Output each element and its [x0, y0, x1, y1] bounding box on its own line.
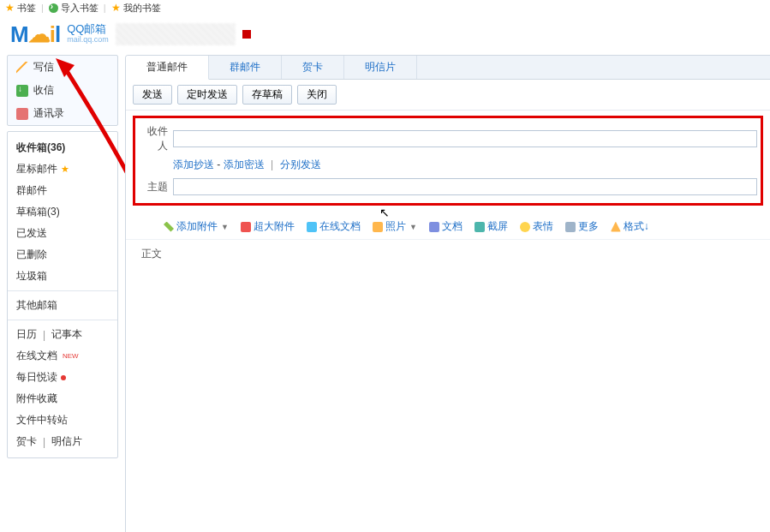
bookmark-item[interactable]: ★书签	[5, 2, 36, 15]
compose-actions: 发送 定时发送 存草稿 关闭	[126, 80, 770, 111]
inbox-folder[interactable]: 收件箱(36)	[16, 137, 109, 158]
attachment-toolbar: 添加附件▼ 超大附件 在线文档 照片▼ 文档 截屏 表情 更多 格式↓	[126, 212, 770, 240]
body-editor[interactable]	[167, 247, 763, 532]
star-folder[interactable]: 星标邮件 ★	[16, 158, 109, 180]
compose-icon	[16, 62, 28, 74]
trash-folder[interactable]: 已删除	[16, 244, 109, 266]
big-attachment[interactable]: 超大附件	[241, 219, 295, 234]
bookmark-import[interactable]: 导入书签	[49, 2, 98, 15]
browser-bookmark-bar: ★书签 | 导入书签 | ★我的书签	[0, 0, 770, 15]
spam-folder[interactable]: 垃圾箱	[16, 266, 109, 287]
calendar-notes[interactable]: 日历|记事本	[16, 324, 109, 345]
cc-bcc-links: 添加抄送 - 添加密送 | 分别发送	[173, 156, 757, 176]
compose-tabs: 普通邮件 群邮件 贺卡 明信片	[126, 56, 770, 80]
contacts-icon	[16, 108, 28, 120]
mail-header: M☁il QQ邮箱mail.qq.com	[0, 15, 770, 50]
star-icon: ★	[111, 2, 121, 14]
new-tag: NEW	[63, 352, 79, 360]
chevron-down-icon: ▼	[409, 223, 417, 231]
insert-emoji[interactable]: 表情	[520, 219, 553, 234]
divider	[8, 290, 117, 291]
emoji-icon	[520, 222, 530, 232]
insert-photo[interactable]: 照片▼	[373, 219, 417, 234]
compose-button[interactable]: 写信	[8, 56, 117, 79]
add-attachment[interactable]: 添加附件▼	[164, 219, 229, 234]
user-badge	[242, 30, 251, 39]
draft-folder[interactable]: 草稿箱(3)	[16, 201, 109, 223]
user-info-blurred	[116, 23, 236, 45]
separator: |	[271, 158, 273, 170]
inbox-icon	[16, 85, 28, 97]
greet-postcard[interactable]: 贺卡|明信片	[16, 431, 109, 452]
receive-button[interactable]: 收信	[8, 79, 117, 102]
import-icon	[49, 3, 58, 13]
red-dot-icon	[61, 375, 66, 380]
add-bcc-link[interactable]: 添加密送	[224, 158, 265, 170]
close-button[interactable]: 关闭	[297, 85, 337, 105]
sidebar-nav: 写信 收信 通讯录	[7, 55, 118, 126]
divider	[8, 320, 117, 320]
photo-icon	[373, 222, 383, 232]
logo-icon: M☁il	[10, 21, 60, 48]
body-label: 正文	[133, 247, 162, 532]
tab-normal-mail[interactable]: 普通邮件	[126, 56, 209, 80]
insert-doc[interactable]: 文档	[429, 219, 463, 234]
subject-input[interactable]	[173, 178, 757, 195]
separator: |	[41, 3, 44, 13]
star-icon: ★	[5, 2, 15, 14]
sidebar: 写信 收信 通讯录 收件箱(36) 星标邮件 ★ 群邮件 草稿箱(3) 已发送 …	[7, 55, 118, 532]
tab-group-mail[interactable]: 群邮件	[209, 56, 282, 79]
add-cc-link[interactable]: 添加抄送	[173, 158, 214, 170]
paperclip-icon	[164, 222, 174, 232]
separator: |	[104, 3, 106, 13]
tab-postcard[interactable]: 明信片	[344, 56, 417, 79]
cloud-icon	[307, 222, 317, 232]
compose-form: 收件人 添加抄送 - 添加密送 | 分别发送 主题	[126, 111, 770, 212]
screenshot[interactable]: 截屏	[475, 219, 508, 234]
online-doc[interactable]: 在线文档NEW	[16, 345, 109, 367]
format-toggle[interactable]: 格式↓	[611, 219, 649, 234]
other-mailbox[interactable]: 其他邮箱	[16, 295, 109, 316]
timed-send-button[interactable]: 定时发送	[177, 85, 237, 105]
subject-label: 主题	[139, 180, 168, 194]
contacts-button[interactable]: 通讯录	[8, 102, 117, 125]
separate-send-link[interactable]: 分别发送	[280, 158, 321, 170]
compose-panel: 普通邮件 群邮件 贺卡 明信片 发送 定时发送 存草稿 关闭 收件人 添加抄送 …	[125, 55, 770, 532]
doc-icon	[429, 222, 439, 232]
format-icon	[611, 222, 621, 232]
chevron-down-icon: ▼	[221, 223, 229, 231]
online-doc[interactable]: 在线文档	[307, 219, 361, 234]
more-icon	[565, 222, 576, 232]
more-options[interactable]: 更多	[565, 219, 599, 234]
recipient-input[interactable]	[173, 130, 757, 147]
brand-text: QQ邮箱mail.qq.com	[67, 24, 109, 45]
file-transfer[interactable]: 文件中转站	[16, 409, 109, 431]
send-button[interactable]: 发送	[133, 85, 172, 105]
bookmark-mine[interactable]: ★我的书签	[111, 2, 161, 15]
screenshot-icon	[475, 222, 485, 232]
group-folder[interactable]: 群邮件	[16, 180, 109, 201]
attach-fav[interactable]: 附件收藏	[16, 388, 109, 409]
separator: -	[217, 158, 220, 170]
star-icon: ★	[61, 164, 69, 175]
annotation-highlight-box: 收件人 添加抄送 - 添加密送 | 分别发送 主题	[133, 116, 763, 206]
sent-folder[interactable]: 已发送	[16, 223, 109, 244]
compose-body-row: 正文	[126, 240, 770, 532]
recipient-label: 收件人	[139, 124, 168, 153]
sidebar-folders: 收件箱(36) 星标邮件 ★ 群邮件 草稿箱(3) 已发送 已删除 垃圾箱 其他…	[7, 131, 118, 458]
big-file-icon	[241, 222, 251, 232]
save-draft-button[interactable]: 存草稿	[242, 85, 292, 105]
tab-greeting-card[interactable]: 贺卡	[282, 56, 344, 79]
daily-read[interactable]: 每日悦读	[16, 367, 109, 388]
